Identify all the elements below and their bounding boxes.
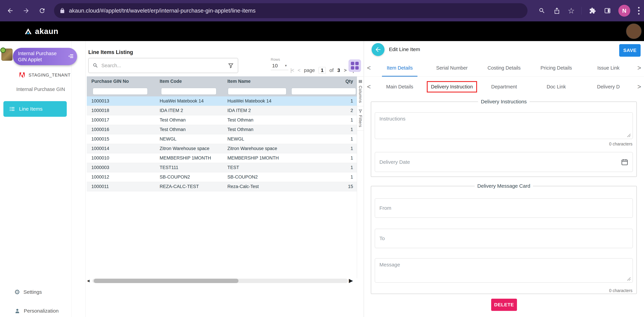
resize-grip-icon[interactable] bbox=[627, 277, 631, 281]
tab-doc-link[interactable]: Doc Link bbox=[530, 77, 582, 97]
bookmark-star-icon[interactable]: ☆ bbox=[568, 7, 575, 14]
filters-tab-label: Filters bbox=[358, 115, 363, 127]
secondary-tabs-scroll-left-icon[interactable]: < bbox=[364, 77, 374, 97]
tab-costing-details[interactable]: Costing Details bbox=[478, 59, 530, 76]
side-panel-icon[interactable] bbox=[604, 6, 612, 15]
current-page[interactable]: 1 bbox=[318, 67, 326, 74]
total-pages: 3 bbox=[337, 67, 340, 73]
instructions-textarea[interactable] bbox=[375, 112, 633, 139]
user-profile-photo[interactable] bbox=[626, 23, 642, 39]
personalization-label: Personalization bbox=[24, 308, 58, 314]
table-row[interactable]: 1000018 IDA ITEM 2 IDA ITEM 2 2 bbox=[87, 106, 357, 115]
table-row[interactable]: 1000017 Test Othman Test Othman 1 bbox=[87, 115, 357, 125]
cell-item-code: Test Othman bbox=[155, 127, 223, 132]
cell-item-name: Test Othman bbox=[223, 117, 291, 123]
table-row[interactable]: 1000003 TEST111 TEST 1 bbox=[87, 163, 357, 172]
akaun-logo[interactable]: akaun bbox=[24, 21, 58, 41]
header-purchase-gin-no[interactable]: Purchase GIN No bbox=[87, 79, 155, 84]
tab-serial-number[interactable]: Serial Number bbox=[426, 59, 478, 76]
header-qty[interactable]: Qty bbox=[291, 79, 357, 84]
prev-page-button[interactable]: < bbox=[298, 67, 300, 73]
scroll-right-icon[interactable]: ▶ bbox=[349, 277, 353, 284]
delivery-date-field-wrap bbox=[375, 152, 633, 172]
browser-menu-icon[interactable] bbox=[637, 7, 640, 14]
browser-back-icon[interactable] bbox=[6, 6, 14, 15]
cell-item-name: TEST bbox=[223, 165, 291, 170]
browser-chrome: akaun.cloud/#/applet/tnt/wavelet/erp/int… bbox=[0, 0, 644, 21]
cell-item-code: Zitron Warehouse space bbox=[155, 146, 223, 151]
highlight-red-box: Delivery Instruction bbox=[427, 81, 477, 92]
back-button[interactable] bbox=[372, 43, 384, 56]
secondary-tabs-scroll-right-icon[interactable]: > bbox=[634, 77, 644, 97]
cell-qty: 1 bbox=[291, 127, 357, 132]
search-input[interactable] bbox=[102, 63, 225, 68]
tab-item-details[interactable]: Item Details bbox=[374, 59, 426, 76]
tab-department[interactable]: Department bbox=[478, 77, 530, 97]
sidebar-item-settings[interactable]: ⚙ Settings bbox=[14, 289, 42, 295]
tenant-name: STAGING_TENANT bbox=[28, 72, 71, 78]
filter-input-item-name[interactable] bbox=[228, 88, 286, 95]
tab-delivery-details[interactable]: Delivery D bbox=[582, 77, 634, 97]
header-item-name[interactable]: Item Name bbox=[223, 79, 291, 84]
tab-main-details[interactable]: Main Details bbox=[374, 77, 426, 97]
table-row[interactable]: 1000011 REZA-CALC-TEST Reza-Calc-Test 15 bbox=[87, 182, 357, 191]
delivery-date-input[interactable] bbox=[375, 152, 633, 172]
sidebar-item-line-items[interactable]: Line Items bbox=[4, 101, 67, 117]
resize-grip-icon[interactable] bbox=[627, 133, 631, 138]
primary-tabs-scroll-left-icon[interactable]: < bbox=[364, 59, 374, 76]
sidebar: Internal Purchase GIN Applet STAGING_TEN… bbox=[0, 41, 72, 317]
url-bar[interactable]: akaun.cloud/#/applet/tnt/wavelet/erp/int… bbox=[54, 3, 528, 18]
header-item-code[interactable]: Item Code bbox=[155, 79, 223, 84]
to-input[interactable] bbox=[375, 229, 633, 248]
sidebar-item-personalization[interactable]: Personalization bbox=[14, 308, 58, 314]
first-page-button[interactable]: |< bbox=[290, 67, 294, 73]
tab-delivery-instruction[interactable]: Delivery Instruction bbox=[426, 77, 478, 97]
browser-forward-icon[interactable] bbox=[22, 6, 30, 15]
tenant-selector[interactable]: STAGING_TENANT bbox=[19, 72, 71, 78]
filter-icon[interactable] bbox=[228, 62, 234, 68]
filters-side-tab[interactable]: Filters bbox=[357, 106, 364, 130]
message-textarea[interactable] bbox=[375, 258, 633, 283]
next-page-button[interactable]: > bbox=[344, 67, 346, 73]
filter-input-item-code[interactable] bbox=[161, 88, 216, 95]
table-row[interactable]: 1000010 MEMBERSHIP 1MONTH MEMBERSHIP 1MO… bbox=[87, 153, 357, 163]
filter-input-qty[interactable] bbox=[292, 88, 356, 95]
columns-side-tab[interactable]: Columns bbox=[357, 76, 364, 106]
cell-qty: 1 bbox=[291, 136, 357, 142]
table-filter-row bbox=[87, 86, 357, 96]
cell-qty: 1 bbox=[291, 165, 357, 170]
horizontal-scrollbar[interactable] bbox=[92, 279, 348, 283]
table-row[interactable]: 1000015 NEWGL NEWGL 1 bbox=[87, 134, 357, 144]
to-field-wrap bbox=[375, 229, 633, 248]
tab-issue-link[interactable]: Issue Link bbox=[582, 59, 634, 76]
table-row[interactable]: 1000012 SB-COUPON2 SB-COUPON2 1 bbox=[87, 172, 357, 182]
delivery-message-card-section: Delivery Message Card 0 characters bbox=[371, 183, 637, 294]
browser-reload-icon[interactable] bbox=[38, 6, 46, 15]
grid-view-button[interactable] bbox=[348, 59, 361, 72]
lock-icon bbox=[60, 8, 65, 13]
applet-switcher[interactable]: Internal Purchase GIN Applet bbox=[13, 48, 77, 65]
rows-per-page-select[interactable]: Rows 10 ▼ bbox=[271, 57, 291, 70]
table-row[interactable]: 1000016 Test Othman Test Othman 1 bbox=[87, 125, 357, 134]
app-header: akaun bbox=[0, 21, 644, 41]
zoom-icon[interactable] bbox=[538, 6, 546, 15]
cell-purchase-gin-no: 1000016 bbox=[87, 127, 155, 132]
save-button[interactable]: SAVE bbox=[619, 44, 640, 57]
from-input[interactable] bbox=[375, 198, 633, 218]
share-icon[interactable] bbox=[553, 6, 561, 15]
filter-input-purchase-gin-no[interactable] bbox=[93, 88, 148, 95]
browser-profile-avatar[interactable]: N bbox=[618, 5, 630, 17]
cell-item-code: SB-COUPON2 bbox=[155, 174, 223, 180]
scrollbar-thumb[interactable] bbox=[94, 279, 238, 283]
delete-button[interactable]: DELETE bbox=[491, 299, 517, 311]
calendar-icon[interactable] bbox=[621, 158, 628, 166]
module-name: Internal Purchase GIN bbox=[16, 86, 65, 92]
primary-tabs-scroll-right-icon[interactable]: > bbox=[634, 59, 644, 76]
applet-menu-icon[interactable] bbox=[68, 53, 74, 60]
table-row[interactable]: 1000014 Zitron Warehouse space Zitron Wa… bbox=[87, 144, 357, 153]
table-row[interactable]: 1000013 HuaWei Matebook 14 HuaWei Matebo… bbox=[87, 96, 357, 106]
scroll-left-icon[interactable]: ◀ bbox=[87, 279, 90, 283]
extensions-puzzle-icon[interactable] bbox=[588, 6, 596, 15]
tab-pricing-details[interactable]: Pricing Details bbox=[530, 59, 582, 76]
rows-value: 10 bbox=[272, 63, 278, 68]
